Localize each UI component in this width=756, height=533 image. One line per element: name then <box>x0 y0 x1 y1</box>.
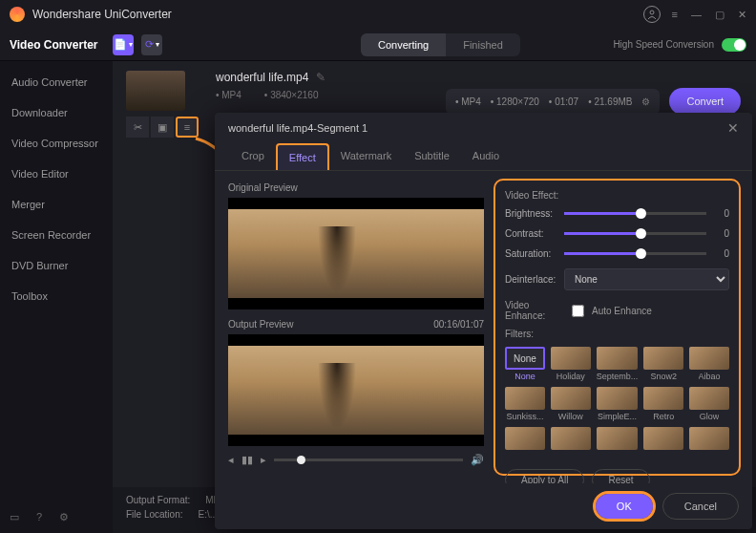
reset-button[interactable]: Reset <box>592 469 649 483</box>
filter-item[interactable]: Snow2 <box>643 347 683 381</box>
sidebar-item-screen-recorder[interactable]: Screen Recorder <box>0 220 113 250</box>
src-res: 3840×2160 <box>270 90 318 100</box>
filter-item[interactable] <box>551 427 591 461</box>
brightness-slider[interactable] <box>564 212 706 215</box>
sidebar-item-audio-converter[interactable]: Audio Converter <box>0 67 113 97</box>
ok-button[interactable]: OK <box>596 494 653 519</box>
settings-icon[interactable]: ⚙ <box>59 511 69 523</box>
convert-button[interactable]: Convert <box>669 88 741 115</box>
tab-converting[interactable]: Converting <box>361 33 446 56</box>
sidebar-item-dvd-burner[interactable]: DVD Burner <box>0 250 113 281</box>
svg-point-0 <box>650 11 654 14</box>
output-spec[interactable]: • MP4 • 1280×720 • 01:07 • 21.69MB ⚙ <box>446 89 661 115</box>
trim-icon[interactable]: ✂ <box>126 117 149 138</box>
hsc-label: High Speed Conversion <box>613 39 714 50</box>
orig-preview-label: Original Preview <box>228 182 298 193</box>
filter-item[interactable]: Holiday <box>551 347 591 381</box>
next-icon[interactable]: ▸ <box>261 454 266 466</box>
tab-subtitle[interactable]: Subtitle <box>403 143 461 170</box>
rename-icon[interactable]: ✎ <box>316 71 326 84</box>
filter-item[interactable] <box>689 427 729 461</box>
prev-icon[interactable]: ◂ <box>228 454 234 466</box>
sidebar-item-toolbox[interactable]: Toolbox <box>0 281 113 311</box>
apply-all-button[interactable]: Apply to All <box>505 469 584 483</box>
close-icon[interactable]: ✕ <box>738 9 746 21</box>
app-logo <box>10 7 25 22</box>
sidebar-item-merger[interactable]: Merger <box>0 189 113 220</box>
crop-icon[interactable]: ▣ <box>151 117 174 138</box>
tab-effect[interactable]: Effect <box>276 143 329 170</box>
time-label: 00:16/01:07 <box>433 319 484 330</box>
hsc-toggle[interactable] <box>722 38 746 52</box>
tab-finished[interactable]: Finished <box>446 33 520 56</box>
dialog-title: wonderful life.mp4-Segment 1 <box>228 122 727 134</box>
effect-icon[interactable]: ≡ <box>176 117 199 138</box>
deinterlace-select[interactable]: None <box>564 268 729 290</box>
section-title: Video Converter <box>10 38 113 52</box>
src-format: MP4 <box>221 90 242 100</box>
filter-item[interactable]: SimpleE... <box>597 387 639 421</box>
add-file-button[interactable]: 📄▾ <box>113 34 134 55</box>
filters-heading: Filters: <box>505 329 729 339</box>
filter-item[interactable] <box>597 427 639 461</box>
filter-item[interactable]: Sunkiss... <box>505 387 545 421</box>
tab-audio[interactable]: Audio <box>461 143 511 170</box>
filter-item[interactable]: Retro <box>643 387 683 421</box>
saturation-slider[interactable] <box>564 252 706 255</box>
minimize-icon[interactable]: — <box>691 9 702 21</box>
filter-item[interactable] <box>643 427 683 461</box>
tab-crop[interactable]: Crop <box>230 143 276 170</box>
video-effect-heading: Video Effect: <box>505 190 729 201</box>
help-icon[interactable]: ? <box>36 511 42 523</box>
sidebar-item-downloader[interactable]: Downloader <box>0 97 113 128</box>
filter-item[interactable]: Septemb... <box>597 347 639 381</box>
cancel-button[interactable]: Cancel <box>662 493 739 520</box>
app-title: Wondershare UniConverter <box>32 8 643 21</box>
filter-item[interactable]: Glow <box>689 387 729 421</box>
seek-bar[interactable] <box>274 458 463 461</box>
maximize-icon[interactable]: ▢ <box>715 9 724 21</box>
dialog-close-icon[interactable]: ✕ <box>727 120 739 136</box>
volume-icon[interactable]: 🔊 <box>471 454 484 466</box>
play-icon[interactable]: ▮▮ <box>242 454 253 466</box>
sidebar-item-video-compressor[interactable]: Video Compressor <box>0 128 113 159</box>
sidebar-item-video-editor[interactable]: Video Editor <box>0 159 113 189</box>
contrast-slider[interactable] <box>564 232 706 235</box>
library-icon[interactable]: ▭ <box>10 511 19 523</box>
effect-dialog: wonderful life.mp4-Segment 1 ✕ Crop Effe… <box>215 113 752 529</box>
out-preview-label: Output Preview <box>228 319 293 330</box>
filter-item[interactable]: Aibao <box>689 347 729 381</box>
output-preview <box>228 334 484 446</box>
filter-item[interactable]: Willow <box>551 387 591 421</box>
menu-icon[interactable]: ≡ <box>672 9 678 21</box>
original-preview <box>228 198 484 309</box>
download-link-button[interactable]: ⟳▾ <box>141 34 162 55</box>
account-icon[interactable] <box>643 6 661 23</box>
gear-icon[interactable]: ⚙ <box>641 96 650 107</box>
video-thumbnail[interactable] <box>126 71 185 111</box>
filter-item[interactable]: NoneNone <box>505 347 545 381</box>
tab-watermark[interactable]: Watermark <box>329 143 403 170</box>
file-name: wonderful life.mp4 <box>216 71 308 84</box>
auto-enhance-checkbox[interactable] <box>572 305 584 317</box>
filter-item[interactable] <box>505 427 545 461</box>
